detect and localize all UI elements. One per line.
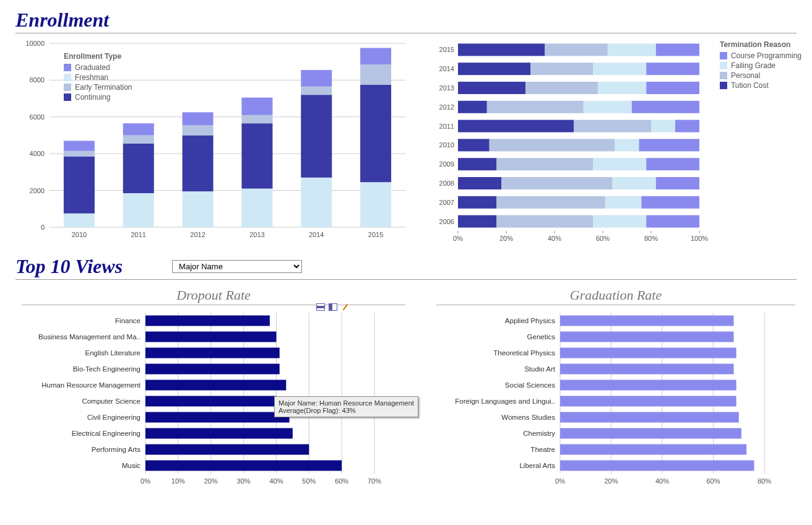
termination-bar-segment[interactable]: [458, 63, 530, 75]
enrollment-bar-segment[interactable]: [301, 70, 332, 87]
legend-item[interactable]: Continuing: [64, 93, 132, 102]
termination-bar-segment[interactable]: [458, 43, 545, 56]
enrollment-bar-segment[interactable]: [123, 144, 154, 193]
termination-bar-segment[interactable]: [632, 101, 699, 113]
termination-bar-segment[interactable]: [641, 196, 699, 209]
enrollment-bar-segment[interactable]: [360, 64, 391, 85]
enrollment-bar-segment[interactable]: [360, 85, 391, 182]
termination-bar-segment[interactable]: [656, 43, 699, 56]
enrollment-bar-segment[interactable]: [301, 95, 332, 178]
termination-bar-segment[interactable]: [458, 82, 525, 94]
termination-bar-segment[interactable]: [646, 215, 699, 228]
legend-item[interactable]: Early Termination: [64, 83, 132, 92]
enrollment-bar-segment[interactable]: [241, 123, 272, 188]
termination-bar-segment[interactable]: [584, 101, 632, 113]
enrollment-bar-segment[interactable]: [241, 98, 272, 115]
termination-bar-segment[interactable]: [675, 120, 699, 132]
legend-item[interactable]: Course Programming: [720, 51, 801, 60]
termination-bar-segment[interactable]: [501, 177, 612, 189]
top10-bar[interactable]: [560, 461, 754, 471]
legend-item[interactable]: Freshman: [64, 73, 132, 82]
termination-bar-segment[interactable]: [490, 139, 615, 151]
enrollment-bar-segment[interactable]: [183, 136, 214, 192]
enrollment-bar-segment[interactable]: [123, 123, 154, 135]
top10-bar[interactable]: [145, 461, 342, 471]
top10-bar[interactable]: [145, 316, 270, 326]
termination-bar-segment[interactable]: [651, 120, 675, 132]
enrollment-bar-segment[interactable]: [64, 214, 95, 227]
top10-bar[interactable]: [560, 380, 736, 391]
enrollment-bar-segment[interactable]: [64, 157, 95, 214]
termination-bar-segment[interactable]: [656, 177, 699, 189]
major-name-dropdown[interactable]: Major Name: [172, 260, 302, 273]
enrollment-bar-segment[interactable]: [360, 182, 391, 227]
termination-bar-segment[interactable]: [496, 196, 605, 209]
termination-bar-segment[interactable]: [496, 158, 593, 170]
legend-item[interactable]: Tution Cost: [720, 81, 801, 90]
top10-bar[interactable]: [145, 396, 276, 407]
legend-item[interactable]: Graduated: [64, 63, 132, 72]
enrollment-bar-segment[interactable]: [123, 193, 154, 227]
top10-bar[interactable]: [145, 348, 280, 358]
termination-bar-segment[interactable]: [458, 139, 490, 151]
top10-bar[interactable]: [560, 348, 736, 358]
enrollment-bar-segment[interactable]: [241, 189, 272, 227]
top10-bar[interactable]: [145, 364, 280, 375]
termination-bar-segment[interactable]: [593, 63, 646, 75]
table-icon[interactable]: [316, 303, 325, 311]
termination-bar-segment[interactable]: [613, 177, 656, 189]
edit-icon[interactable]: [341, 303, 350, 311]
enrollment-bar-segment[interactable]: [301, 178, 332, 227]
termination-bar-segment[interactable]: [646, 63, 699, 75]
legend-item[interactable]: Failing Grade: [720, 61, 801, 70]
top10-bar[interactable]: [560, 412, 739, 423]
termination-bar-segment[interactable]: [545, 43, 607, 56]
svg-text:2011: 2011: [439, 123, 454, 130]
top10-bar[interactable]: [145, 445, 309, 455]
termination-bar-segment[interactable]: [615, 139, 639, 151]
legend-item[interactable]: Personal: [720, 71, 801, 80]
enrollment-bar-segment[interactable]: [123, 136, 154, 144]
termination-bar-segment[interactable]: [458, 177, 501, 189]
termination-bar-segment[interactable]: [593, 215, 646, 228]
termination-bar-segment[interactable]: [458, 215, 496, 228]
svg-text:20%: 20%: [604, 477, 618, 485]
enrollment-bar-segment[interactable]: [183, 125, 214, 135]
top10-bar[interactable]: [560, 428, 741, 439]
enrollment-bar-segment[interactable]: [64, 151, 95, 157]
top10-bar[interactable]: [560, 396, 736, 407]
top10-bar[interactable]: [560, 332, 734, 342]
top10-bar[interactable]: [145, 428, 293, 439]
termination-bar-segment[interactable]: [525, 82, 598, 94]
top10-bar[interactable]: [145, 332, 276, 342]
termination-bar-segment[interactable]: [458, 158, 496, 170]
svg-text:Finance: Finance: [115, 317, 140, 324]
enrollment-bar-segment[interactable]: [64, 141, 95, 150]
termination-bar-segment[interactable]: [646, 82, 699, 94]
enrollment-bar-segment[interactable]: [183, 191, 214, 227]
termination-bar-segment[interactable]: [574, 120, 651, 132]
layout-icon[interactable]: [329, 303, 337, 311]
enrollment-bar-segment[interactable]: [301, 87, 332, 95]
termination-bar-segment[interactable]: [487, 101, 584, 113]
termination-bar-segment[interactable]: [593, 158, 646, 170]
enrollment-bar-segment[interactable]: [360, 48, 391, 64]
termination-bar-segment[interactable]: [598, 82, 646, 94]
enrollment-bar-segment[interactable]: [241, 115, 272, 123]
top10-bar[interactable]: [560, 316, 734, 326]
termination-bar-segment[interactable]: [605, 196, 642, 209]
termination-bar-segment[interactable]: [530, 63, 593, 75]
termination-bar-segment[interactable]: [458, 120, 574, 132]
termination-bar-segment[interactable]: [608, 43, 656, 56]
top10-bar[interactable]: [145, 380, 286, 391]
top10-bar[interactable]: [145, 412, 290, 423]
termination-bar-segment[interactable]: [646, 158, 699, 170]
termination-bar-segment[interactable]: [458, 101, 487, 113]
termination-bar-segment[interactable]: [639, 139, 700, 151]
termination-bar-segment[interactable]: [496, 215, 593, 228]
enrollment-bar-segment[interactable]: [183, 112, 214, 125]
top10-bar[interactable]: [560, 445, 746, 455]
top10-bar[interactable]: [560, 364, 734, 375]
termination-bar-segment[interactable]: [458, 196, 496, 209]
svg-text:2000: 2000: [30, 187, 45, 194]
